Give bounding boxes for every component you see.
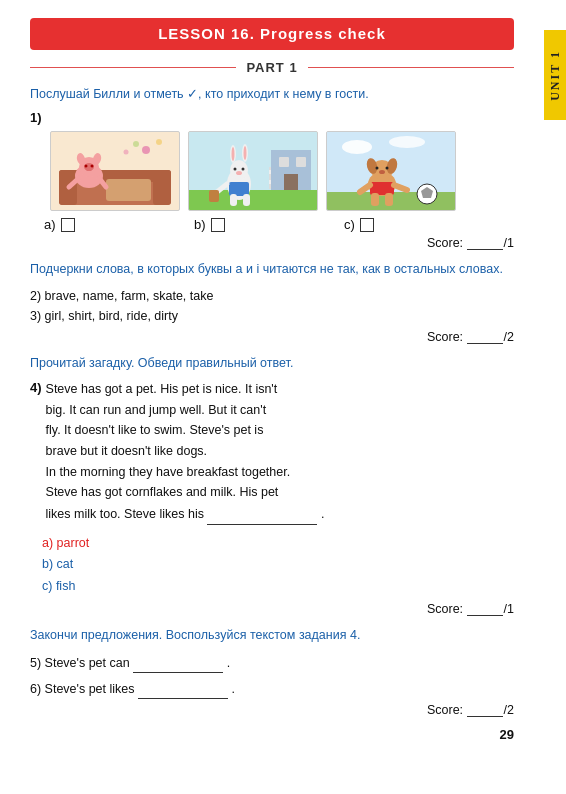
checkbox-a[interactable] — [61, 218, 75, 232]
passage-line-1: Steve has got a pet. His pet is nice. It… — [46, 382, 278, 396]
task5-label: 5) Steve's pet can — [30, 656, 130, 670]
passage-blank — [207, 503, 317, 525]
checkbox-row: a) b) c) — [44, 217, 514, 232]
reading-passage: Steve has got a pet. His pet is nice. It… — [46, 379, 325, 524]
images-row — [50, 131, 514, 211]
score-label-3: Score: — [427, 602, 463, 616]
answer-options: a) parrot b) cat c) fish — [42, 533, 514, 599]
section-4: Закончи предложения. Воспользуйся тексто… — [30, 626, 514, 716]
svg-point-54 — [376, 167, 379, 170]
instruction-1: Послушай Билли и отметь ✓, кто приходит … — [30, 85, 514, 104]
svg-point-9 — [91, 165, 94, 168]
score-blank-4 — [467, 716, 503, 717]
svg-point-34 — [232, 147, 235, 161]
passage-line-3: fly. It doesn't like to swim. Steve's pe… — [46, 423, 264, 437]
answer-a: a) parrot — [42, 533, 514, 555]
section-1: Послушай Билли и отметь ✓, кто приходит … — [30, 85, 514, 250]
checkbox-item-a: a) — [44, 217, 194, 232]
answer-b: b) cat — [42, 554, 514, 576]
lesson-title: LESSON 16. Progress check — [158, 25, 386, 42]
task1-number: 1) — [30, 110, 42, 125]
instruction-3: Прочитай загадку. Обведи правильный отве… — [30, 354, 514, 373]
passage-line-6: Steve has got cornflakes and milk. His p… — [46, 485, 279, 499]
svg-point-46 — [342, 140, 372, 154]
passage-dot: . — [317, 507, 324, 521]
image-3 — [326, 131, 456, 211]
score-slash-4: /2 — [504, 703, 514, 717]
answer-c: c) fish — [42, 576, 514, 598]
checkbox-b-label: b) — [194, 217, 206, 232]
score-blank-3 — [467, 615, 503, 616]
svg-rect-29 — [284, 174, 298, 190]
task5-text: 5) Steve's pet can . — [30, 652, 514, 673]
checkbox-item-c: c) — [344, 217, 494, 232]
svg-rect-59 — [385, 193, 393, 206]
score-2: Score: /2 — [30, 330, 514, 344]
section-3: Прочитай загадку. Обведи правильный отве… — [30, 354, 514, 616]
task5-blank — [133, 652, 223, 673]
svg-point-37 — [242, 168, 245, 171]
svg-point-47 — [389, 136, 425, 148]
task2-text: 2) brave, name, farm, skate, take — [30, 286, 514, 306]
score-slash-3: /1 — [504, 602, 514, 616]
score-label-2: Score: — [427, 330, 463, 344]
passage-line-7: likes milk too. Steve likes his — [46, 507, 208, 521]
passage-line-2: big. It can run and jump well. But it ca… — [46, 403, 267, 417]
score-label-1: Score: — [427, 236, 463, 250]
task6-blank — [138, 678, 228, 699]
svg-rect-41 — [243, 194, 250, 206]
svg-point-16 — [133, 141, 139, 147]
svg-rect-43 — [209, 190, 219, 202]
svg-point-56 — [379, 170, 385, 174]
instruction-4: Закончи предложения. Воспользуйся тексто… — [30, 626, 514, 645]
page: UNIT 1 LESSON 16. Progress check PART 1 … — [0, 0, 566, 794]
score-label-4: Score: — [427, 703, 463, 717]
svg-point-36 — [234, 168, 237, 171]
score-blank-2 — [467, 343, 503, 344]
score-slash-1: /1 — [504, 236, 514, 250]
task6-text: 6) Steve's pet likes . — [30, 678, 514, 699]
checkbox-c-label: c) — [344, 217, 355, 232]
svg-point-17 — [156, 139, 162, 145]
svg-point-10 — [86, 167, 92, 171]
unit-tab: UNIT 1 — [544, 30, 566, 120]
instruction-2: Подчеркни слова, в которых буквы а и i ч… — [30, 260, 514, 279]
svg-rect-40 — [230, 194, 237, 206]
image-2 — [188, 131, 318, 211]
task6-label: 6) Steve's pet likes — [30, 682, 135, 696]
part-header: PART 1 — [30, 60, 514, 75]
unit-label: UNIT 1 — [548, 50, 563, 101]
part-line-right — [308, 67, 514, 68]
svg-point-8 — [85, 165, 88, 168]
svg-point-38 — [236, 171, 242, 175]
svg-rect-58 — [371, 193, 379, 206]
checkbox-item-b: b) — [194, 217, 344, 232]
score-3: Score: /1 — [30, 602, 514, 616]
passage-line-4: brave but it doesn't like dogs. — [46, 444, 208, 458]
svg-point-18 — [124, 150, 129, 155]
svg-rect-27 — [279, 157, 289, 167]
section-2: Подчеркни слова, в которых буквы а и i ч… — [30, 260, 514, 343]
svg-rect-20 — [189, 190, 317, 210]
part-line-left — [30, 67, 236, 68]
svg-rect-4 — [106, 179, 151, 201]
checkbox-c[interactable] — [360, 218, 374, 232]
lesson-title-box: LESSON 16. Progress check — [30, 18, 514, 50]
passage-line-5: In the morning they have breakfast toget… — [46, 465, 291, 479]
page-number: 29 — [30, 727, 514, 742]
task3-text: 3) girl, shirt, bird, ride, dirty — [30, 306, 514, 326]
svg-point-31 — [230, 160, 248, 180]
score-blank-1 — [467, 249, 503, 250]
task5-dot: . — [227, 656, 230, 670]
checkbox-b[interactable] — [211, 218, 225, 232]
svg-point-35 — [244, 146, 247, 160]
score-4: Score: /2 — [30, 703, 514, 717]
checkbox-a-label: a) — [44, 217, 56, 232]
svg-point-55 — [386, 167, 389, 170]
svg-rect-39 — [229, 182, 249, 196]
task6-dot: . — [232, 682, 235, 696]
image-1 — [50, 131, 180, 211]
svg-rect-28 — [296, 157, 306, 167]
svg-point-15 — [142, 146, 150, 154]
task4-number: 4) — [30, 379, 42, 395]
